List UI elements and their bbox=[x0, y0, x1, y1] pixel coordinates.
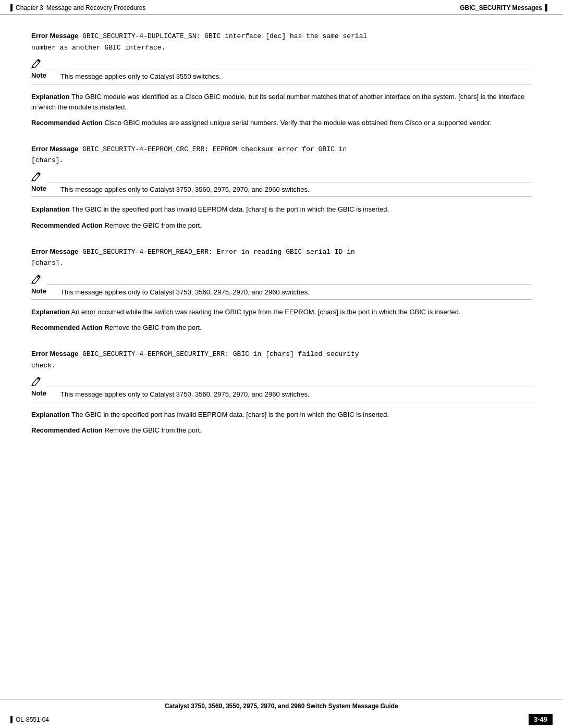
footer-bottom: OL-8551-04 3-49 bbox=[0, 712, 563, 728]
note-pencil-row-4 bbox=[31, 376, 532, 387]
explanation-4: Explanation The GBIC in the specified po… bbox=[31, 410, 532, 420]
note-container-4: Note This message applies only to Cataly… bbox=[31, 376, 532, 402]
note-text-2: This message applies only to Catalyst 37… bbox=[60, 184, 310, 195]
recommended-label-4: Recommended Action bbox=[31, 426, 103, 434]
note-text-4: This message applies only to Catalyst 37… bbox=[60, 389, 310, 400]
error-label-4: Error Message bbox=[31, 350, 78, 357]
error-message-line-2a: Error Message GBIC_SECURITY-4-EEPROM_CRC… bbox=[31, 144, 532, 155]
recommended-1: Recommended Action Cisco GBIC modules ar… bbox=[31, 118, 532, 128]
header-bar-icon-right bbox=[545, 4, 547, 11]
footer-left: OL-8551-04 bbox=[10, 716, 49, 723]
error-label-3: Error Message bbox=[31, 248, 78, 255]
explanation-text-2: The GBIC in the specified port has inval… bbox=[71, 205, 389, 213]
content-area: Error Message GBIC_SECURITY-4-DUPLICATE_… bbox=[0, 15, 563, 493]
error-label-2: Error Message bbox=[31, 145, 78, 153]
note-label-4: Note bbox=[31, 389, 56, 397]
pencil-icon-3 bbox=[31, 274, 46, 285]
note-label-1: Note bbox=[31, 71, 56, 79]
svg-line-2 bbox=[36, 277, 39, 279]
recommended-4: Recommended Action Remove the GBIC from … bbox=[31, 425, 532, 436]
recommended-label-1: Recommended Action bbox=[31, 119, 103, 127]
footer-right: 3-49 bbox=[529, 714, 553, 725]
note-text-1: This message applies only to Catalyst 35… bbox=[60, 71, 221, 82]
explanation-label-2: Explanation bbox=[31, 205, 70, 213]
recommended-label-2: Recommended Action bbox=[31, 221, 103, 229]
footer-bar-icon bbox=[10, 716, 13, 723]
explanation-3: Explanation An error occurred while the … bbox=[31, 307, 532, 317]
note-container-3: Note This message applies only to Cataly… bbox=[31, 274, 532, 300]
header-bar-icon bbox=[10, 4, 13, 11]
svg-line-3 bbox=[36, 379, 39, 381]
recommended-label-3: Recommended Action bbox=[31, 324, 103, 331]
note-body-3: Note This message applies only to Cataly… bbox=[31, 285, 532, 300]
note-container-1: Note This message applies only to Cataly… bbox=[31, 58, 532, 84]
explanation-1: Explanation The GBIC module was identifi… bbox=[31, 92, 532, 113]
error-code-1a: GBIC_SECURITY-4-DUPLICATE_SN: GBIC inter… bbox=[82, 32, 367, 40]
explanation-text-1: The GBIC module was identified as a Cisc… bbox=[31, 93, 524, 111]
pencil-icon-1 bbox=[31, 58, 46, 69]
error-section-4: Error Message GBIC_SECURITY-4-EEPROM_SEC… bbox=[31, 349, 532, 436]
header-right: GBIC_SECURITY Messages bbox=[460, 4, 547, 11]
error-code-4b: check. bbox=[31, 362, 56, 369]
svg-line-0 bbox=[36, 61, 39, 63]
note-label-2: Note bbox=[31, 184, 56, 192]
error-message-line-3b: [chars]. bbox=[31, 258, 532, 268]
page-footer: Catalyst 3750, 3560, 3550, 2975, 2970, a… bbox=[0, 699, 563, 728]
recommended-text-1: Cisco GBIC modules are assigned unique s… bbox=[104, 119, 492, 127]
explanation-2: Explanation The GBIC in the specified po… bbox=[31, 204, 532, 215]
page-number: 3-49 bbox=[529, 714, 553, 725]
recommended-2: Recommended Action Remove the GBIC from … bbox=[31, 220, 532, 231]
svg-line-1 bbox=[36, 174, 39, 176]
error-code-3a: GBIC_SECURITY-4-EEPROM_READ_ERR: Error i… bbox=[82, 248, 355, 256]
explanation-label-4: Explanation bbox=[31, 411, 70, 418]
error-message-line-3a: Error Message GBIC_SECURITY-4-EEPROM_REA… bbox=[31, 246, 532, 257]
explanation-text-3: An error occurred while the switch was r… bbox=[71, 308, 461, 316]
error-message-line-1a: Error Message GBIC_SECURITY-4-DUPLICATE_… bbox=[31, 31, 532, 42]
header-chapter-title: Message and Recovery Procedures bbox=[46, 4, 146, 11]
error-code-2a: GBIC_SECURITY-4-EEPROM_CRC_ERR: EEPROM c… bbox=[82, 145, 347, 153]
recommended-text-3: Remove the GBIC from the port. bbox=[104, 324, 201, 331]
footer-top: Catalyst 3750, 3560, 3550, 2975, 2970, a… bbox=[0, 699, 563, 712]
note-pencil-row-2 bbox=[31, 171, 532, 182]
error-message-line-1b: number as another GBIC interface. bbox=[31, 43, 532, 53]
note-body-2: Note This message applies only to Cataly… bbox=[31, 182, 532, 198]
error-section-1: Error Message GBIC_SECURITY-4-DUPLICATE_… bbox=[31, 31, 532, 128]
page-header: Chapter 3 Message and Recovery Procedure… bbox=[0, 0, 563, 15]
note-label-3: Note bbox=[31, 287, 56, 295]
note-body-4: Note This message applies only to Cataly… bbox=[31, 387, 532, 402]
note-text-3: This message applies only to Catalyst 37… bbox=[60, 287, 310, 298]
error-section-3: Error Message GBIC_SECURITY-4-EEPROM_REA… bbox=[31, 246, 532, 334]
explanation-label-1: Explanation bbox=[31, 93, 70, 101]
header-chapter: Chapter 3 bbox=[16, 4, 43, 11]
error-section-2: Error Message GBIC_SECURITY-4-EEPROM_CRC… bbox=[31, 144, 532, 231]
error-label-1: Error Message bbox=[31, 32, 78, 40]
header-section-title: GBIC_SECURITY Messages bbox=[460, 4, 542, 11]
footer-doc-number: OL-8551-04 bbox=[16, 716, 49, 723]
recommended-3: Recommended Action Remove the GBIC from … bbox=[31, 323, 532, 333]
note-pencil-row-3 bbox=[31, 274, 532, 285]
pencil-icon-2 bbox=[31, 171, 46, 182]
error-code-3b: [chars]. bbox=[31, 259, 64, 267]
error-message-line-2b: [chars]. bbox=[31, 155, 532, 166]
footer-top-text: Catalyst 3750, 3560, 3550, 2975, 2970, a… bbox=[165, 702, 398, 710]
note-pencil-row-1 bbox=[31, 58, 532, 69]
error-code-4a: GBIC_SECURITY-4-EEPROM_SECURITY_ERR: GBI… bbox=[82, 350, 359, 358]
note-container-2: Note This message applies only to Cataly… bbox=[31, 171, 532, 198]
recommended-text-4: Remove the GBIC from the port. bbox=[104, 426, 201, 434]
error-message-line-4b: check. bbox=[31, 361, 532, 371]
explanation-text-4: The GBIC in the specified port has inval… bbox=[71, 411, 389, 418]
recommended-text-2: Remove the GBIC from the port. bbox=[104, 221, 201, 229]
error-code-1b: number as another GBIC interface. bbox=[31, 44, 165, 52]
error-message-line-4a: Error Message GBIC_SECURITY-4-EEPROM_SEC… bbox=[31, 349, 532, 360]
header-left: Chapter 3 Message and Recovery Procedure… bbox=[10, 4, 145, 11]
error-code-2b: [chars]. bbox=[31, 156, 64, 164]
pencil-icon-4 bbox=[31, 376, 46, 387]
note-body-1: Note This message applies only to Cataly… bbox=[31, 69, 532, 84]
explanation-label-3: Explanation bbox=[31, 308, 70, 316]
